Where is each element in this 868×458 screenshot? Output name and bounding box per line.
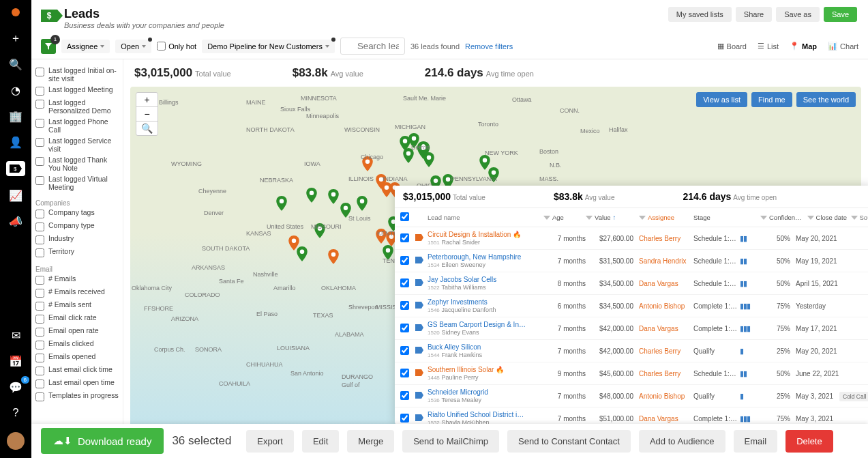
filter-icon[interactable]: [586, 216, 593, 220]
assignee-link[interactable]: Dana Vargas: [633, 280, 691, 287]
table-row[interactable]: Southern Illinois Solar 🔥1448 Pauline Pe…: [395, 362, 868, 385]
company-icon[interactable]: 🏢: [9, 109, 23, 123]
row-checkbox[interactable]: [400, 233, 409, 242]
filter-icon[interactable]: [543, 216, 550, 220]
lead-name-link[interactable]: Schneider Microgrid: [428, 388, 543, 396]
filter-icon[interactable]: 1: [41, 39, 56, 54]
assignee-link[interactable]: Dana Vargas: [633, 325, 691, 332]
dashboard-icon[interactable]: ◔: [9, 83, 23, 97]
table-row[interactable]: Peterborough, New Hampshire1534 Eileen S…: [395, 250, 868, 272]
table-row[interactable]: Buck Alley Silicon1544 Frank Hawkins7 mo…: [395, 340, 868, 362]
mailchimp-button[interactable]: Send to MailChimp: [402, 430, 499, 453]
filter-option[interactable]: Last logged Thank You Note: [35, 154, 119, 173]
map-pin[interactable]: [479, 155, 490, 170]
view-board[interactable]: ▦ Board: [717, 42, 747, 51]
filter-option[interactable]: Last logged Virtual Meeting: [35, 173, 119, 192]
map-pin[interactable]: [357, 196, 368, 211]
row-checkbox[interactable]: [400, 346, 409, 355]
broadcast-icon[interactable]: 📣: [9, 214, 23, 228]
table-row[interactable]: Jay Jacobs Solar Cells1522 Tabitha Willi…: [395, 272, 868, 295]
row-checkbox[interactable]: [400, 414, 409, 423]
assignee-link[interactable]: Charles Berry: [633, 370, 691, 377]
delete-button[interactable]: Delete: [785, 430, 833, 453]
find-me-button[interactable]: Find me: [751, 92, 792, 107]
map-zoom[interactable]: +−🔍: [136, 92, 158, 136]
view-list[interactable]: ☰ List: [758, 42, 779, 51]
lead-name-link[interactable]: Circuit Design & Installation 🔥: [428, 231, 543, 238]
zoom-in-icon[interactable]: +: [136, 93, 158, 107]
map-pin[interactable]: [288, 235, 299, 251]
constant-contact-button[interactable]: Send to Constant Contact: [507, 430, 631, 453]
filter-option[interactable]: Emails clicked: [35, 338, 119, 351]
lead-name-link[interactable]: Rialto Unified School District i…: [428, 411, 543, 418]
edit-button[interactable]: Edit: [302, 430, 339, 453]
filter-option[interactable]: # Emails sent: [35, 299, 119, 312]
reports-icon[interactable]: 📈: [9, 188, 23, 202]
map-pin[interactable]: [423, 152, 434, 167]
filter-icon[interactable]: [639, 216, 646, 220]
export-button[interactable]: Export: [246, 430, 294, 453]
share-button[interactable]: Share: [736, 7, 772, 22]
filter-option[interactable]: Templates in progress: [35, 390, 119, 403]
map-pin[interactable]: [328, 189, 339, 204]
lead-name-link[interactable]: Buck Alley Silicon: [428, 343, 543, 351]
avatar[interactable]: [7, 432, 25, 450]
assignee-link[interactable]: Antonio Bishop: [633, 302, 691, 310]
filter-icon[interactable]: [851, 216, 858, 220]
filter-option[interactable]: Company type: [35, 220, 119, 233]
plus-icon[interactable]: ＋: [9, 31, 23, 45]
notifications-icon[interactable]: 💬6: [9, 380, 23, 394]
filter-option[interactable]: Last logged Personalized Demo: [35, 97, 119, 116]
lead-name-link[interactable]: Southern Illinois Solar 🔥: [428, 366, 543, 373]
filter-option[interactable]: # Emails received: [35, 286, 119, 299]
map-pin[interactable]: [328, 249, 339, 264]
assignee-link[interactable]: Sandra Hendrix: [633, 257, 691, 265]
status-dropdown[interactable]: Open: [115, 40, 151, 53]
row-checkbox[interactable]: [400, 278, 409, 287]
search-icon[interactable]: 🔍: [9, 57, 23, 71]
help-icon[interactable]: ?: [9, 406, 23, 420]
pipeline-dropdown[interactable]: Demo Pipeline for New Customers: [202, 40, 335, 53]
audience-button[interactable]: Add to Audience: [639, 430, 725, 453]
map-pin[interactable]: [276, 196, 287, 211]
filter-option[interactable]: Industry: [35, 233, 119, 246]
download-ready-button[interactable]: ☁⬇ Download ready: [41, 428, 164, 454]
lead-name-link[interactable]: Peterborough, New Hampshire: [428, 253, 543, 261]
view-map[interactable]: 📍 Map: [790, 42, 817, 51]
filter-option[interactable]: Last logged Phone Call: [35, 116, 119, 135]
row-checkbox[interactable]: [400, 324, 409, 332]
filter-option[interactable]: Last logged Initial on-site visit: [35, 65, 119, 84]
table-row[interactable]: Rialto Unified School District i…1532 Sh…: [395, 407, 868, 425]
leads-icon[interactable]: $: [6, 161, 25, 176]
filter-option[interactable]: Emails opened: [35, 351, 119, 364]
remove-filters-link[interactable]: Remove filters: [465, 42, 513, 51]
table-row[interactable]: GS Beam Carport Design & In…1520 Sidney …: [395, 317, 868, 340]
map-pin[interactable]: [306, 188, 317, 203]
filter-option[interactable]: Company tags: [35, 207, 119, 220]
assignee-link[interactable]: Charles Berry: [633, 347, 691, 355]
filter-option[interactable]: Email click rate: [35, 312, 119, 325]
view-as-list-button[interactable]: View as list: [696, 92, 747, 107]
filter-option[interactable]: Last logged Meeting: [35, 84, 119, 97]
select-all-checkbox[interactable]: [400, 212, 409, 221]
lead-name-link[interactable]: GS Beam Carport Design & In…: [428, 321, 543, 328]
row-checkbox[interactable]: [400, 391, 409, 400]
email-button[interactable]: Email: [734, 430, 778, 453]
filter-option[interactable]: Last email open time: [35, 377, 119, 390]
row-checkbox[interactable]: [400, 301, 409, 310]
zoom-out-icon[interactable]: −: [136, 107, 158, 121]
map-search-icon[interactable]: 🔍: [136, 121, 158, 135]
lead-name-link[interactable]: Jay Jacobs Solar Cells: [428, 276, 543, 283]
table-row[interactable]: Zephyr Investments1546 Jacqueline Danfor…: [395, 295, 868, 317]
filter-icon[interactable]: [807, 216, 814, 220]
table-row[interactable]: Circuit Design & Installation 🔥1551 Rach…: [395, 227, 868, 250]
lead-name-link[interactable]: Zephyr Investments: [428, 298, 543, 306]
table-row[interactable]: Schneider Microgrid1536 Teresa Mealey7 m…: [395, 385, 868, 407]
view-chart[interactable]: 📊 Chart: [828, 42, 858, 51]
my-saved-lists-button[interactable]: My saved lists: [668, 7, 732, 22]
mail-icon[interactable]: ✉: [9, 328, 23, 342]
assignee-link[interactable]: Antonio Bishop: [633, 392, 691, 400]
search-input[interactable]: [340, 38, 405, 55]
filter-option[interactable]: # Emails: [35, 273, 119, 286]
assignee-link[interactable]: Charles Berry: [633, 235, 691, 242]
